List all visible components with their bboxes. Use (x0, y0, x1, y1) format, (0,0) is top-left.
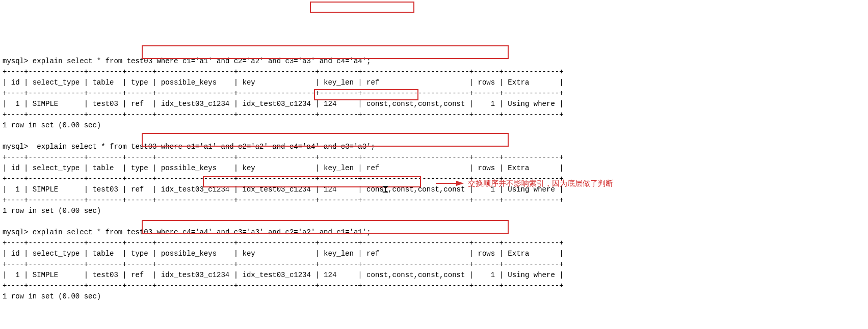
annotation-text: 交换顺序并不影响索引，因为底层做了判断 (468, 178, 613, 189)
sql-query: explain select * from test03 where c4='a… (33, 228, 371, 236)
table-border: +----+-------------+--------+------+----… (3, 282, 564, 290)
table-border: +----+-------------+--------+------+----… (3, 89, 564, 97)
mysql-prompt: mysql> (3, 143, 28, 151)
mysql-prompt: mysql> (3, 228, 28, 236)
sql-query: explain select * from test03 where c1='a… (33, 143, 375, 151)
table-row: | 1 | SIMPLE | test03 | ref | idx_test03… (3, 271, 564, 279)
table-border: +----+-------------+--------+------+----… (3, 260, 564, 268)
table-header: | id | select_type | table | type | poss… (3, 164, 564, 172)
mysql-prompt: mysql> (3, 57, 28, 65)
table-border: +----+-------------+--------+------+----… (3, 68, 564, 76)
table-border: +----+-------------+--------+------+----… (3, 153, 564, 161)
table-header: | id | select_type | table | type | poss… (3, 78, 564, 87)
highlight-where-clause-1 (310, 2, 414, 13)
sql-query: explain select * from test03 where c1='a… (33, 57, 371, 65)
result-message: 1 row in set (0.00 sec) (3, 292, 101, 300)
result-message: 1 row in set (0.00 sec) (3, 207, 101, 215)
table-border: +----+-------------+--------+------+----… (3, 239, 564, 247)
result-message: 1 row in set (0.00 sec) (3, 121, 101, 129)
arrow-icon (456, 181, 464, 186)
table-border: +----+-------------+--------+------+----… (3, 111, 564, 119)
table-header: | id | select_type | table | type | poss… (3, 250, 564, 258)
text-cursor-icon: ⌶ (382, 182, 388, 198)
terminal-output: mysql> explain select * from test03 wher… (3, 45, 865, 302)
table-border: +----+-------------+--------+------+----… (3, 196, 564, 204)
table-row: | 1 | SIMPLE | test03 | ref | idx_test03… (3, 100, 564, 108)
annotation: 交换顺序并不影响索引，因为底层做了判断 (456, 178, 613, 189)
